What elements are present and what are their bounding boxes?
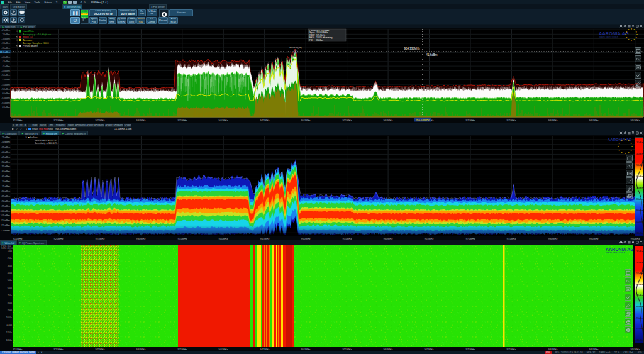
svg-text:970MHz: 970MHz <box>466 237 475 240</box>
svg-text:935MHz: 935MHz <box>178 237 187 240</box>
svg-text:MAKES WAVES VISIBLE: MAKES WAVES VISIBLE <box>606 252 625 254</box>
svg-text:-85dBm: -85dBm <box>1 194 10 197</box>
svg-text:★: ★ <box>628 140 630 142</box>
svg-text:-50dBm: -50dBm <box>1 74 11 77</box>
svg-text:★: ★ <box>618 149 620 152</box>
svg-text:930MHz: 930MHz <box>136 119 146 122</box>
svg-text:-58dBm: -58dBm <box>1 87 11 91</box>
svg-text:940MHz: 940MHz <box>219 237 228 240</box>
svg-text:964.338MHz: 964.338MHz <box>416 119 430 121</box>
svg-text:★: ★ <box>635 31 637 33</box>
svg-text:980MHz: 980MHz <box>548 119 558 122</box>
svg-text:-80dBm: -80dBm <box>1 189 10 192</box>
svg-text:★: ★ <box>628 38 630 41</box>
svg-text:-53dBm: -53dBm <box>1 78 11 81</box>
svg-text:-115dBm: -115dBm <box>0 224 11 227</box>
svg-text:10.0s: 10.0s <box>6 316 12 319</box>
svg-text:970MHz: 970MHz <box>466 119 475 122</box>
svg-text:925MHz: 925MHz <box>96 119 105 122</box>
svg-text:11.0s: 11.0s <box>6 324 12 326</box>
svg-text:945MHz: 945MHz <box>260 119 270 122</box>
svg-text:964.338MHz: 964.338MHz <box>404 47 420 50</box>
svg-text:-40dBm: -40dBm <box>1 150 10 153</box>
svg-text:975MHz: 975MHz <box>507 237 516 240</box>
svg-text:-41.6dBm: -41.6dBm <box>425 53 438 57</box>
svg-text:-45dBm: -45dBm <box>1 155 10 158</box>
svg-text:915MHz: 915MHz <box>13 237 23 240</box>
svg-text:7.0s: 7.0s <box>8 294 12 297</box>
svg-text:980MHz: 980MHz <box>548 237 558 240</box>
svg-text:★: ★ <box>628 152 630 154</box>
svg-text:AARONIA AG: AARONIA AG <box>606 247 634 252</box>
svg-text:-28dBm: -28dBm <box>1 33 11 36</box>
svg-text:-30dBm: -30dBm <box>1 37 11 40</box>
svg-text:-40dBm: -40dBm <box>1 55 11 58</box>
svg-text:★: ★ <box>631 28 633 30</box>
svg-text:985MHz: 985MHz <box>589 237 599 240</box>
svg-text:950MHz: 950MHz <box>301 237 311 240</box>
svg-text:★: ★ <box>624 138 626 141</box>
svg-text:965MHz: 965MHz <box>425 237 434 240</box>
svg-text:80/4µs: 80/4µs <box>316 39 323 41</box>
svg-text:5.0s: 5.0s <box>8 279 12 282</box>
svg-text:-68dBm: -68dBm <box>1 106 11 109</box>
svg-text:935MHz: 935MHz <box>178 119 187 122</box>
svg-text:-105dBm: -105dBm <box>0 214 11 217</box>
svg-text:✕: ✕ <box>16 38 18 41</box>
svg-text:12.0s: 12.0s <box>6 331 12 334</box>
svg-text:-48dBm: -48dBm <box>1 69 11 72</box>
svg-text:925MHz: 925MHz <box>96 237 105 240</box>
svg-text:★: ★ <box>630 142 632 145</box>
svg-text:915MHz: 915MHz <box>13 119 23 122</box>
svg-text:-30dBm: -30dBm <box>1 140 10 143</box>
svg-text:★: ★ <box>618 142 620 145</box>
svg-text:-45dBm: -45dBm <box>1 65 11 68</box>
svg-text:✕: ✕ <box>16 30 18 33</box>
svg-text:-50dBm: -50dBm <box>1 160 10 163</box>
svg-text:3.0s: 3.0s <box>8 265 12 267</box>
svg-text:945MHz: 945MHz <box>260 237 270 240</box>
svg-text:920MHz: 920MHz <box>54 119 64 122</box>
svg-text:-63dBm: -63dBm <box>1 96 11 99</box>
svg-text:1.0s: 1.0s <box>8 250 12 252</box>
svg-text:-120dBm: -120dBm <box>0 229 11 232</box>
svg-text:-55dBm: -55dBm <box>1 165 10 168</box>
svg-text:Persist Buffer: Persist Buffer <box>23 44 38 47</box>
svg-text:955MHz: 955MHz <box>343 237 352 240</box>
svg-text:★: ★ <box>621 140 623 142</box>
svg-text:Sensitivity = 100.0 %: Sensitivity = 100.0 % <box>35 141 58 145</box>
svg-text:-60dBm: -60dBm <box>1 92 11 95</box>
svg-text:-70dBm: -70dBm <box>1 180 10 183</box>
svg-text:9.0s: 9.0s <box>8 309 12 311</box>
svg-text:★: ★ <box>631 39 633 41</box>
svg-text:-33dBm: -33dBm <box>1 41 11 45</box>
svg-text:940MHz: 940MHz <box>219 119 228 122</box>
svg-text:-95dBm: -95dBm <box>1 204 10 207</box>
svg-text:-110dBm: -110dBm <box>0 219 11 222</box>
svg-text:-41.6dBm: -41.6dBm <box>0 50 11 53</box>
svg-text:Live/Write: Live/Write <box>23 30 35 33</box>
svg-text:-90dBm: -90dBm <box>1 199 10 202</box>
svg-text:Average: Average <box>23 38 33 41</box>
svg-text:985MHz: 985MHz <box>589 119 599 122</box>
svg-text:-100dBm: -100dBm <box>0 209 11 213</box>
svg-text:920MHz: 920MHz <box>54 237 64 240</box>
svg-text:990MHz: 990MHz <box>631 237 640 240</box>
svg-text:-43dBm: -43dBm <box>1 60 11 63</box>
svg-text:-25dBm: -25dBm <box>1 28 11 31</box>
svg-text:-60dBm: -60dBm <box>1 170 10 173</box>
svg-text:★: ★ <box>628 28 630 31</box>
svg-text:950MHz: 950MHz <box>301 119 311 122</box>
svg-text:★: ★ <box>625 33 627 36</box>
svg-text:930MHz: 930MHz <box>136 237 146 240</box>
svg-text:-75dBm: -75dBm <box>1 185 10 188</box>
svg-text:✕: ✕ <box>16 44 18 47</box>
svg-text:Marker(M): Marker(M) <box>289 46 302 49</box>
svg-text:★: ★ <box>635 36 637 39</box>
svg-text:-25dBm: -25dBm <box>1 136 10 139</box>
svg-text:★: ★ <box>617 145 619 148</box>
svg-text:960MHz: 960MHz <box>384 237 393 240</box>
svg-text:975MHz: 975MHz <box>507 119 516 122</box>
svg-text:MAKES WAVES VISIBLE: MAKES WAVES VISIBLE <box>599 36 618 38</box>
svg-text:8.0s: 8.0s <box>8 302 12 304</box>
